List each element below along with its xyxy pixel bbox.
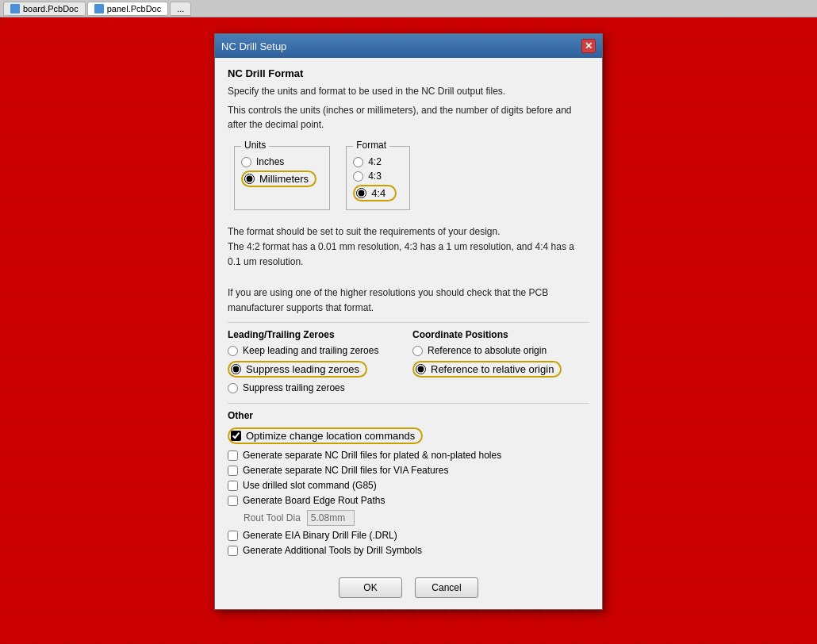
dialog-titlebar: NC Drill Setup ✕: [215, 34, 602, 58]
units-mm-option[interactable]: Millimeters: [241, 171, 316, 187]
units-mm-radio[interactable]: [244, 174, 255, 184]
board-edge-rout-label: Generate Board Edge Rout Paths: [243, 495, 385, 506]
units-group-label: Units: [241, 140, 269, 151]
additional-tools-label: Generate Additional Tools by Drill Symbo…: [243, 545, 422, 556]
suppress-leading-radio[interactable]: [231, 364, 241, 374]
relative-origin-option[interactable]: Reference to relative origin: [412, 359, 589, 379]
divider-2: [228, 403, 589, 404]
absolute-origin-label: Reference to absolute origin: [428, 345, 547, 356]
suppress-trailing-radio[interactable]: [228, 383, 238, 393]
suppress-leading-label: Suppress leading zeroes: [246, 363, 359, 375]
separate-plated-label: Generate separate NC Drill files for pla…: [243, 450, 501, 461]
separate-plated-checkbox[interactable]: [228, 450, 238, 461]
format-42-radio[interactable]: [353, 157, 363, 167]
tab-panel-pcb[interactable]: panel.PcbDoc: [87, 2, 169, 16]
leading-trailing-title: Leading/Trailing Zeroes: [228, 329, 405, 340]
format-42-option[interactable]: 4:2: [353, 156, 397, 167]
optimize-option[interactable]: Optimize change location commands: [228, 426, 589, 446]
modal-overlay: NC Drill Setup ✕ NC Drill Format Specify…: [0, 17, 817, 644]
format-info-text: The format should be set to suit the req…: [228, 224, 589, 316]
drilled-slot-label: Use drilled slot command (G85): [243, 480, 377, 491]
separate-via-option[interactable]: Generate separate NC Drill files for VIA…: [228, 465, 589, 476]
board-pcb-icon: [10, 4, 20, 13]
format-44-option[interactable]: 4:4: [353, 185, 397, 201]
nc-drill-setup-dialog: NC Drill Setup ✕ NC Drill Format Specify…: [214, 33, 603, 610]
additional-tools-checkbox[interactable]: [228, 546, 238, 556]
rout-tool-label: Rout Tool Dia: [244, 512, 301, 523]
zeroes-coord-section: Leading/Trailing Zeroes Keep leading and…: [228, 329, 589, 397]
relative-origin-label: Reference to relative origin: [431, 363, 554, 375]
eia-binary-option[interactable]: Generate EIA Binary Drill File (.DRL): [228, 530, 589, 541]
units-group: Units Inches Millimeters: [234, 146, 330, 210]
additional-tools-option[interactable]: Generate Additional Tools by Drill Symbo…: [228, 545, 589, 556]
format-43-label: 4:3: [368, 171, 382, 182]
nc-drill-format-title: NC Drill Format: [228, 67, 589, 79]
units-mm-label: Millimeters: [259, 173, 309, 185]
board-edge-rout-option[interactable]: Generate Board Edge Rout Paths: [228, 495, 589, 506]
leading-trailing-section: Leading/Trailing Zeroes Keep leading and…: [228, 329, 405, 397]
relative-origin-radio[interactable]: [416, 364, 426, 374]
units-inches-radio[interactable]: [241, 157, 251, 167]
dialog-title: NC Drill Setup: [221, 40, 286, 52]
format-44-label: 4:4: [371, 187, 385, 199]
tab-more[interactable]: ...: [170, 2, 191, 16]
nc-drill-desc1: Specify the units and format to be used …: [228, 84, 589, 98]
suppress-leading-option[interactable]: Suppress leading zeroes: [228, 359, 405, 379]
divider-1: [228, 322, 589, 323]
keep-leading-trailing-radio[interactable]: [228, 346, 238, 356]
format-44-radio[interactable]: [356, 188, 366, 198]
nc-drill-desc2: This controls the units (inches or milli…: [228, 103, 589, 132]
drilled-slot-option[interactable]: Use drilled slot command (G85): [228, 480, 589, 491]
dialog-footer: OK Cancel: [215, 569, 602, 609]
optimize-checkbox[interactable]: [231, 431, 241, 441]
suppress-trailing-label: Suppress trailing zeroes: [243, 382, 345, 393]
drilled-slot-checkbox[interactable]: [228, 481, 238, 491]
separate-via-label: Generate separate NC Drill files for VIA…: [243, 465, 448, 476]
units-inches-option[interactable]: Inches: [241, 156, 316, 167]
tab-board-pcb[interactable]: board.PcbDoc: [3, 2, 86, 16]
keep-leading-trailing-label: Keep leading and trailing zeroes: [243, 345, 378, 356]
eia-binary-label: Generate EIA Binary Drill File (.DRL): [243, 530, 397, 541]
taskbar: board.PcbDoc panel.PcbDoc ...: [0, 0, 817, 17]
suppress-trailing-option[interactable]: Suppress trailing zeroes: [228, 382, 405, 393]
format-group: Format 4:2 4:3 4:4: [346, 146, 410, 210]
format-43-radio[interactable]: [353, 171, 363, 182]
panel-pcb-icon: [94, 4, 104, 13]
dialog-body: NC Drill Format Specify the units and fo…: [215, 58, 602, 569]
board-edge-rout-checkbox[interactable]: [228, 496, 238, 506]
rout-tool-input[interactable]: 5.08mm: [307, 510, 355, 526]
absolute-origin-option[interactable]: Reference to absolute origin: [412, 345, 589, 356]
optimize-label: Optimize change location commands: [246, 430, 415, 442]
separate-via-checkbox[interactable]: [228, 466, 238, 476]
format-43-option[interactable]: 4:3: [353, 171, 397, 182]
ok-button[interactable]: OK: [339, 577, 402, 598]
other-title: Other: [228, 410, 589, 421]
absolute-origin-radio[interactable]: [412, 346, 423, 356]
other-section: Other Optimize change location commands …: [228, 410, 589, 556]
rout-tool-row: Rout Tool Dia 5.08mm: [244, 510, 589, 526]
close-button[interactable]: ✕: [581, 39, 596, 53]
separate-plated-option[interactable]: Generate separate NC Drill files for pla…: [228, 450, 589, 461]
eia-binary-checkbox[interactable]: [228, 531, 238, 541]
keep-leading-trailing-option[interactable]: Keep leading and trailing zeroes: [228, 345, 405, 356]
coordinate-positions-title: Coordinate Positions: [412, 329, 589, 340]
units-inches-label: Inches: [256, 156, 284, 167]
format-42-label: 4:2: [368, 156, 382, 167]
units-format-row: Units Inches Millimeters Format: [228, 140, 589, 217]
format-group-label: Format: [353, 140, 389, 151]
cancel-button[interactable]: Cancel: [415, 577, 478, 598]
coordinate-positions-section: Coordinate Positions Reference to absolu…: [412, 329, 589, 397]
